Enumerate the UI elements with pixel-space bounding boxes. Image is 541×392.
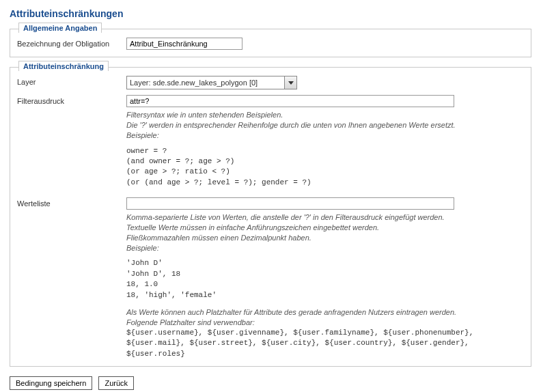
layer-select[interactable]: Layer: sde.sde.new_lakes_polygon [0]: [126, 76, 297, 89]
attribute-legend: Attributeinschränkung: [18, 61, 109, 71]
values-help-line5: Als Werte können auch Platzhalter für At…: [126, 308, 456, 316]
layer-label: Layer: [17, 76, 126, 86]
values-examples: 'John D' 'John D', 18 18, 1.0 18, 'high'…: [126, 258, 524, 300]
values-help-line4: Beispiele:: [126, 244, 159, 252]
designation-input[interactable]: [126, 38, 242, 50]
layer-select-value: Layer: sde.sde.new_lakes_polygon [0]: [127, 76, 284, 89]
values-help-line1: Komma-separierte Liste von Werten, die a…: [126, 213, 445, 221]
general-legend: Allgemeine Angaben: [18, 23, 102, 33]
chevron-down-icon: [288, 81, 294, 85]
values-help-line2: Textuelle Werte müssen in einfache Anfüh…: [126, 223, 379, 232]
general-panel: Allgemeine Angaben Bezeichnung der Oblig…: [10, 29, 531, 57]
values-placeholders: ${user.username}, ${user.givenname}, ${u…: [126, 328, 524, 359]
values-help-line3: Fließkommazahlen müssen einen Dezimalpun…: [126, 234, 311, 242]
filter-label: Filterausdruck: [17, 95, 126, 105]
filter-examples: owner = ? (and owner = ?; age > ?) (or a…: [126, 146, 524, 188]
filter-help-line1: Filtersyntax wie in unten stehenden Beis…: [126, 111, 283, 119]
filter-help-line3: Beispiele:: [126, 131, 159, 139]
attribute-restriction-panel: Attributeinschränkung Layer Layer: sde.s…: [10, 67, 531, 367]
values-label: Werteliste: [17, 197, 126, 208]
values-input[interactable]: [126, 197, 454, 210]
back-button[interactable]: Zurück: [98, 376, 134, 390]
values-help-line6: Folgende Platzhalter sind verwendbar:: [126, 318, 255, 326]
filter-input[interactable]: [126, 95, 454, 107]
layer-select-button[interactable]: [284, 76, 296, 89]
filter-help-line2: Die '?' werden in entsprechender Reihenf…: [126, 121, 456, 129]
designation-label: Bezeichnung der Obligation: [17, 38, 126, 48]
save-button[interactable]: Bedingung speichern: [10, 376, 92, 390]
page-title: Attributeinschränkungen: [10, 8, 531, 19]
